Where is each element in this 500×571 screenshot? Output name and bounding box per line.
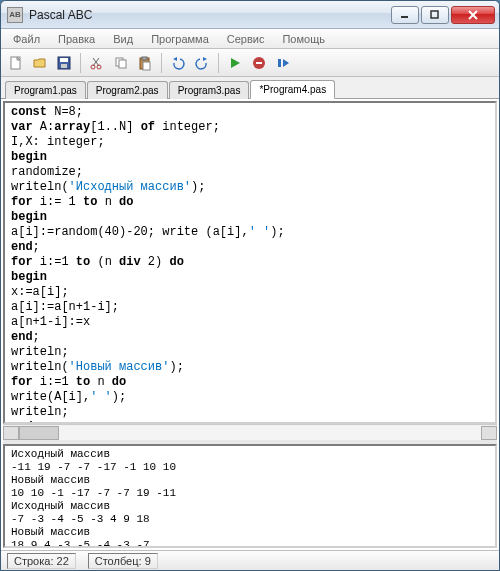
open-folder-icon — [32, 55, 48, 71]
svg-rect-22 — [256, 62, 262, 64]
code-text: writeln; — [11, 345, 69, 359]
menu-help[interactable]: Помощь — [274, 31, 333, 47]
open-button[interactable] — [29, 52, 51, 74]
keyword: of — [141, 120, 155, 134]
code-text: i:=1 — [33, 255, 76, 269]
code-text: randomize; — [11, 165, 83, 179]
keyword: do — [112, 375, 126, 389]
scroll-track[interactable] — [19, 426, 481, 440]
scroll-thumb[interactable] — [19, 426, 59, 440]
run-icon — [227, 55, 243, 71]
save-disk-icon — [56, 55, 72, 71]
code-text: [1..N] — [90, 120, 140, 134]
svg-rect-1 — [431, 11, 438, 18]
keyword: for — [11, 195, 33, 209]
menu-edit[interactable]: Правка — [50, 31, 103, 47]
code-text: n — [97, 195, 119, 209]
toolbar — [1, 49, 499, 77]
keyword: array — [54, 120, 90, 134]
keyword: for — [11, 255, 33, 269]
keyword: to — [76, 255, 90, 269]
tab-program2[interactable]: Program2.pas — [87, 81, 168, 99]
code-text: ); — [169, 360, 183, 374]
status-column: Столбец: 9 — [88, 553, 158, 569]
menu-file[interactable]: Файл — [5, 31, 48, 47]
svg-marker-24 — [283, 59, 289, 67]
stop-icon — [251, 55, 267, 71]
titlebar[interactable]: AB Pascal ABC — [1, 1, 499, 29]
minimize-button[interactable] — [391, 6, 419, 24]
maximize-button[interactable] — [421, 6, 449, 24]
undo-button[interactable] — [167, 52, 189, 74]
stop-button[interactable] — [248, 52, 270, 74]
status-line: Строка: 22 — [7, 553, 76, 569]
svg-marker-19 — [203, 57, 207, 61]
scroll-left-arrow[interactable] — [3, 426, 19, 440]
status-line-value: 22 — [57, 555, 69, 567]
output-line: Новый массив — [11, 474, 90, 486]
cut-icon — [89, 55, 105, 71]
tab-program3[interactable]: Program3.pas — [169, 81, 250, 99]
menu-service[interactable]: Сервис — [219, 31, 273, 47]
svg-rect-8 — [61, 64, 67, 68]
step-button[interactable] — [272, 52, 294, 74]
code-text: a[n+1-i]:=x — [11, 315, 90, 329]
code-text: ; — [33, 240, 40, 254]
keyword: begin — [11, 270, 47, 284]
cut-button[interactable] — [86, 52, 108, 74]
svg-marker-20 — [231, 58, 240, 68]
scroll-right-arrow[interactable] — [481, 426, 497, 440]
code-text: ; — [33, 330, 40, 344]
menubar: Файл Правка Вид Программа Сервис Помощь — [1, 29, 499, 49]
svg-marker-18 — [173, 57, 177, 61]
new-button[interactable] — [5, 52, 27, 74]
run-button[interactable] — [224, 52, 246, 74]
menu-view[interactable]: Вид — [105, 31, 141, 47]
menu-program[interactable]: Программа — [143, 31, 217, 47]
keyword: begin — [11, 150, 47, 164]
minimize-icon — [400, 10, 410, 20]
keyword: begin — [11, 210, 47, 224]
code-text: a[i]:=random(40)-20; write (a[i], — [11, 225, 249, 239]
code-text: ); — [112, 390, 126, 404]
code-text: . — [33, 420, 40, 424]
tab-program4[interactable]: *Program4.pas — [250, 80, 335, 99]
output-line: -7 -3 -4 -5 -3 4 9 18 — [11, 513, 150, 525]
code-text: write(A[i], — [11, 390, 90, 404]
toolbar-separator — [218, 53, 219, 73]
svg-rect-7 — [60, 58, 68, 62]
code-editor[interactable]: const N=8; var A:array[1..N] of integer;… — [3, 101, 497, 424]
code-text: ); — [270, 225, 284, 239]
step-icon — [275, 55, 291, 71]
keyword: to — [83, 195, 97, 209]
code-text: i:= 1 — [33, 195, 83, 209]
output-line: 18 9 4 -3 -5 -4 -3 -7 — [11, 539, 150, 548]
code-text: x:=a[i]; — [11, 285, 69, 299]
code-text: N=8; — [47, 105, 83, 119]
code-text: i:=1 — [33, 375, 76, 389]
save-button[interactable] — [53, 52, 75, 74]
output-panel[interactable]: Исходный массив -11 19 -7 -7 -17 -1 10 1… — [3, 444, 497, 548]
paste-button[interactable] — [134, 52, 156, 74]
string-literal: ' ' — [90, 390, 112, 404]
code-text: writeln( — [11, 180, 69, 194]
maximize-icon — [430, 10, 440, 20]
keyword: var — [11, 120, 33, 134]
code-text: a[i]:=a[n+1-i]; — [11, 300, 119, 314]
copy-button[interactable] — [110, 52, 132, 74]
close-icon — [467, 9, 479, 21]
toolbar-separator — [80, 53, 81, 73]
file-tabs: Program1.pas Program2.pas Program3.pas *… — [1, 77, 499, 99]
string-literal: ' ' — [249, 225, 271, 239]
code-text: writeln( — [11, 360, 69, 374]
horizontal-scrollbar[interactable] — [3, 424, 497, 440]
keyword: do — [169, 255, 183, 269]
close-button[interactable] — [451, 6, 495, 24]
tab-program1[interactable]: Program1.pas — [5, 81, 86, 99]
svg-rect-16 — [142, 57, 147, 60]
output-line: -11 19 -7 -7 -17 -1 10 10 — [11, 461, 176, 473]
window-buttons — [391, 6, 495, 24]
new-file-icon — [8, 55, 24, 71]
redo-button[interactable] — [191, 52, 213, 74]
paste-icon — [137, 55, 153, 71]
